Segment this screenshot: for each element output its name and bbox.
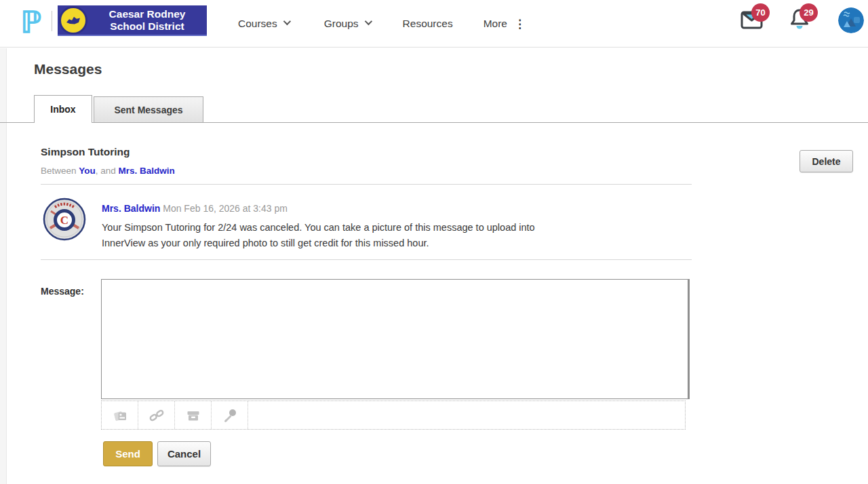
brand-divider [52,11,52,31]
insert-link-button[interactable] [138,401,175,429]
chevron-down-icon [364,18,372,25]
attach-resource-button[interactable] [175,401,212,429]
primary-nav: Courses Groups Resources More ⋮ [238,0,526,48]
sender-name-link[interactable]: Mrs. Baldwin [102,203,160,214]
district-name-line1: Caesar Rodney [87,8,207,20]
thread-participants: Between You, and Mrs. Baldwin [41,166,175,176]
nav-groups-label: Groups [324,18,359,30]
svg-text:C: C [60,214,68,227]
district-seal-icon [59,6,87,35]
nav-groups[interactable]: Groups [324,0,370,48]
cancel-button[interactable]: Cancel [157,441,211,466]
send-button[interactable]: Send [103,441,153,466]
sender-avatar[interactable]: C [43,198,86,241]
compose-label: Message: [41,286,84,297]
compose-toolbar [101,401,686,430]
chevron-down-icon [283,18,290,25]
nav-resources[interactable]: Resources [403,0,453,48]
resources-icon [185,407,201,424]
tab-inbox[interactable]: Inbox [34,95,92,123]
thread-title: Simpson Tutoring [41,146,130,158]
tabbar-divider [0,122,868,123]
profile-avatar[interactable] [838,7,864,33]
thread-header-divider [41,184,692,185]
delete-button[interactable]: Delete [800,150,853,172]
cubs-logo-avatar-image: C [43,198,86,241]
nav-more[interactable]: More ⋮ [484,0,526,48]
insert-content-icon [112,407,128,424]
kebab-menu-icon: ⋮ [514,17,526,31]
nav-more-label: More [484,18,507,30]
schoology-messages-page: ℙ Caesar Rodney School District Courses … [0,0,868,484]
message-header: Mrs. Baldwin Mon Feb 16, 2026 at 3:43 pm [102,203,288,214]
between-prefix: Between [41,166,79,176]
between-separator: , and [96,166,119,176]
profile-avatar-image [838,7,864,33]
link-icon [149,407,165,424]
message-divider [41,259,692,260]
district-name-line2: School District [87,20,207,33]
nav-resources-label: Resources [403,18,453,30]
participant-you-link[interactable]: You [79,166,96,176]
page-left-margin [0,48,7,484]
notifications-count-badge[interactable]: 29 [800,3,818,22]
insert-content-button[interactable] [102,401,138,429]
tab-sent-messages[interactable]: Sent Messages [94,96,203,122]
record-audio-button[interactable] [212,401,248,429]
messages-count-badge[interactable]: 70 [751,3,770,22]
nav-courses[interactable]: Courses [238,0,289,48]
message-body: Your Simpson Tutoring for 2/24 was cance… [102,220,546,251]
page-title: Messages [34,61,102,77]
district-home-logo[interactable]: Caesar Rodney School District [58,5,207,36]
top-navigation-bar: ℙ Caesar Rodney School District Courses … [0,0,868,48]
record-audio-icon [222,407,238,424]
district-name: Caesar Rodney School District [87,8,207,33]
message-timestamp: Mon Feb 16, 2026 at 3:43 pm [160,203,288,214]
powerschool-logo-icon[interactable]: ℙ [15,4,47,41]
participant-other-link[interactable]: Mrs. Baldwin [119,166,175,176]
message-textarea[interactable] [101,279,690,399]
nav-courses-label: Courses [238,18,277,30]
